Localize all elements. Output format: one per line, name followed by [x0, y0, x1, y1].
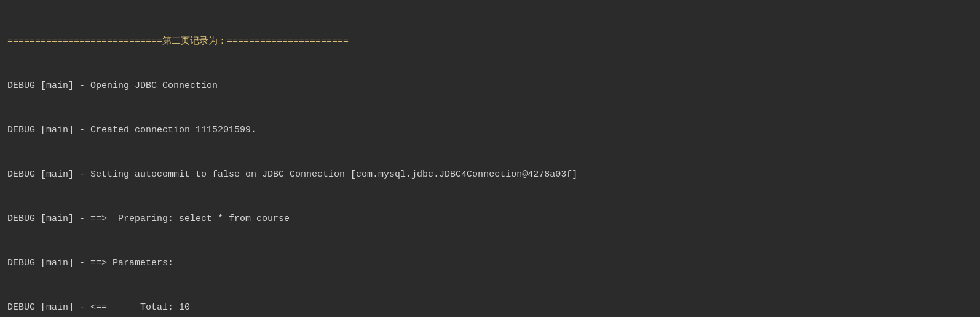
line-5: DEBUG [main] - ==> Preparing: select * f… — [7, 212, 973, 227]
line-4: DEBUG [main] - Setting autocommit to fal… — [7, 167, 973, 182]
line-7: DEBUG [main] - <== Total: 10 — [7, 300, 973, 315]
line-6: DEBUG [main] - ==> Parameters: — [7, 256, 973, 271]
console-output: ============================第二页记录为：=====… — [7, 5, 973, 317]
line-1: ============================第二页记录为：=====… — [7, 34, 973, 49]
line-2: DEBUG [main] - Opening JDBC Connection — [7, 79, 973, 94]
line-3: DEBUG [main] - Created connection 111520… — [7, 123, 973, 138]
